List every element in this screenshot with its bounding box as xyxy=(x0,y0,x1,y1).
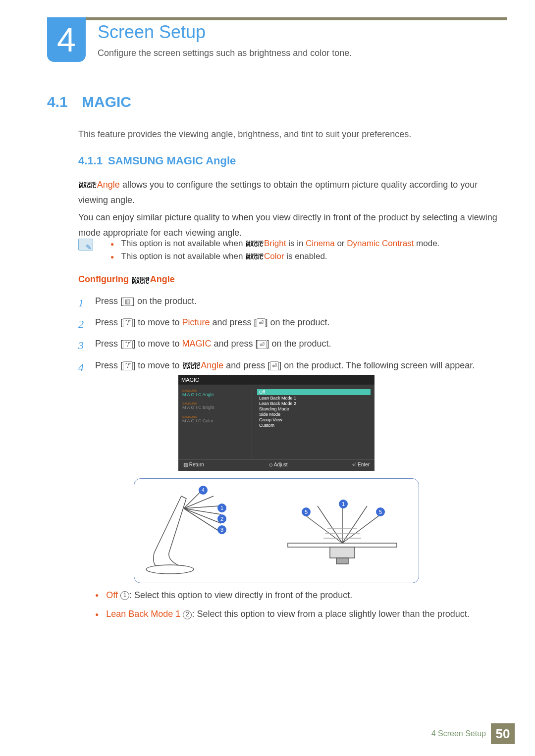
osd-title: MAGIC xyxy=(178,375,374,385)
angle-keyword: Angle xyxy=(97,180,120,190)
chapter-desc: Configure the screen settings such as br… xyxy=(98,48,507,58)
paragraph-1: SAMSUNGMAGICAngle allows you to configur… xyxy=(78,177,507,207)
step2-a: Press [ xyxy=(95,317,123,327)
osd-option: Side Mode xyxy=(257,412,371,417)
angle-diagram: 4 1 2 3 1 5 5 xyxy=(134,478,419,583)
para1-rest: allows you to configure the settings to … xyxy=(78,180,478,205)
osd-foot-enter: ⏎ Enter xyxy=(352,462,370,467)
svg-rect-9 xyxy=(336,558,348,564)
osd-option: Lean Back Mode 2 xyxy=(257,401,371,406)
note1-bright: Bright xyxy=(264,239,286,248)
footer-page-number: 50 xyxy=(491,723,515,744)
step2-d: and press [ xyxy=(210,317,256,327)
note-icon xyxy=(78,239,93,251)
note1-e: or xyxy=(335,239,347,248)
circled-1: 1 xyxy=(120,591,129,600)
config-post: Angle xyxy=(150,274,175,284)
off-desc: : Select this option to view directly in… xyxy=(129,590,352,600)
step3-a: Press [ xyxy=(95,339,123,349)
diagram-bubble-1: 1 xyxy=(217,504,226,512)
note2-color: Color xyxy=(264,252,284,261)
note2-c: is enabled. xyxy=(286,252,327,261)
note1-a: This option is not available when xyxy=(121,239,245,248)
section-number: 4.1 xyxy=(47,94,68,110)
diagram-bubble-5b: 5 xyxy=(376,507,385,516)
config-heading: Configuring SAMSUNGMAGICAngle xyxy=(78,274,175,285)
svg-line-11 xyxy=(318,506,342,543)
steps-list: 1 Press [▥] on the product. 2 Press [˄/˅… xyxy=(78,294,507,380)
updown-button-icon: ˄/˅ xyxy=(123,318,133,327)
step4-a: Press [ xyxy=(95,360,123,370)
step3-magic: MAGIC xyxy=(182,339,211,349)
updown-button-icon: ˄/˅ xyxy=(123,340,133,349)
menu-button-icon: ▥ xyxy=(123,297,132,306)
svg-point-0 xyxy=(146,565,194,574)
bullet-icon: ● xyxy=(95,592,99,599)
diagram-bubble-3: 3 xyxy=(217,525,226,534)
step2-e: ] on the product. xyxy=(266,317,330,327)
leanback-label: Lean Back Mode 1 xyxy=(106,609,180,619)
diagram-bubble-5a: 5 xyxy=(302,507,311,516)
step-3: 3 Press [˄/˅] to move to MAGIC and press… xyxy=(78,337,507,354)
step4-b: ] to move to xyxy=(133,360,182,370)
updown-button-icon: ˄/˅ xyxy=(123,361,133,370)
step3-d: and press [ xyxy=(211,339,258,349)
note-row-2: ● This option is not available when SAMS… xyxy=(110,252,507,261)
diagram-bubble-4: 4 xyxy=(199,486,208,495)
diagram-svg xyxy=(134,479,420,584)
osd-screenshot: MAGIC SAMSUNGM A G I C Angle SAMSUNGM A … xyxy=(178,375,374,471)
note1-cinema: Cinema xyxy=(306,239,335,248)
svg-line-6 xyxy=(184,508,218,531)
section-title: MAGIC xyxy=(82,94,131,110)
chapter-badge: 4 xyxy=(47,17,86,62)
bullet-leanback1: ● Lean Back Mode 1 2: Select this option… xyxy=(95,606,507,622)
footer-text: 4 Screen Setup xyxy=(431,729,486,738)
note-row-1: ● This option is not available when SAMS… xyxy=(110,239,507,249)
step-1: 1 Press [▥] on the product. xyxy=(78,294,507,311)
bullet-off: ● Off 1: Select this option to view dire… xyxy=(95,587,507,603)
step-4: 4 Press [˄/˅] to move to SAMSUNGMAGICAng… xyxy=(78,358,507,376)
step-num: 2 xyxy=(78,315,95,333)
section-intro: This feature provides the viewing angle,… xyxy=(78,128,507,141)
diagram-bubble-2: 2 xyxy=(217,514,226,523)
paragraph-2: You can enjoy similar picture quality to… xyxy=(78,210,507,240)
samsung-magic-logo-icon: SAMSUNGMAGIC xyxy=(79,182,97,189)
step3-b: ] to move to xyxy=(133,339,182,349)
diagram-bubble-1b: 1 xyxy=(339,500,348,508)
note1-dc: Dynamic Contrast xyxy=(347,239,414,248)
step2-picture: Picture xyxy=(182,317,210,327)
bottom-bullets: ● Off 1: Select this option to view dire… xyxy=(95,587,507,625)
samsung-magic-logo-icon: SAMSUNGMAGIC xyxy=(246,253,264,260)
samsung-magic-logo-icon: SAMSUNGMAGIC xyxy=(182,362,200,369)
svg-line-5 xyxy=(184,508,221,523)
step4-e: ] on the product. The following screen w… xyxy=(279,360,475,370)
svg-line-4 xyxy=(184,508,221,514)
step4-d: and press [ xyxy=(223,360,270,370)
off-label: Off xyxy=(106,590,118,600)
svg-rect-8 xyxy=(330,547,355,558)
bullet-icon: ● xyxy=(110,253,114,260)
note1-g: mode. xyxy=(414,239,439,248)
osd-left-angle: SAMSUNGM A G I C Angle xyxy=(182,389,252,397)
osd-left-bright: SAMSUNGM A G I C Bright xyxy=(182,402,252,410)
config-pre: Configuring xyxy=(78,274,131,284)
osd-option: Standing Mode xyxy=(257,406,371,411)
samsung-magic-logo-icon: SAMSUNGMAGIC xyxy=(132,277,150,284)
osd-option: Group View xyxy=(257,417,371,422)
leanback-desc: : Select this option to view from a plac… xyxy=(192,609,469,619)
note1-c: is in xyxy=(288,239,306,248)
osd-left-color: SAMSUNGM A G I C Color xyxy=(182,415,252,423)
osd-right-list: Off Lean Back Mode 1 Lean Back Mode 2 St… xyxy=(252,389,371,459)
osd-option: Lean Back Mode 1 xyxy=(257,396,371,401)
enter-button-icon: ⏎ xyxy=(258,340,267,349)
osd-option-off: Off xyxy=(257,389,371,395)
osd-option: Custom xyxy=(257,423,371,428)
step4-angle: Angle xyxy=(201,360,223,370)
note-box: ● This option is not available when SAMS… xyxy=(78,239,507,264)
page-footer: 4 Screen Setup 50 xyxy=(431,723,515,744)
enter-button-icon: ⏎ xyxy=(257,318,266,327)
step-num: 3 xyxy=(78,337,95,354)
step-num: 4 xyxy=(78,358,95,376)
enter-button-icon: ⏎ xyxy=(270,361,279,370)
chapter-title: Screen Setup xyxy=(98,22,206,43)
